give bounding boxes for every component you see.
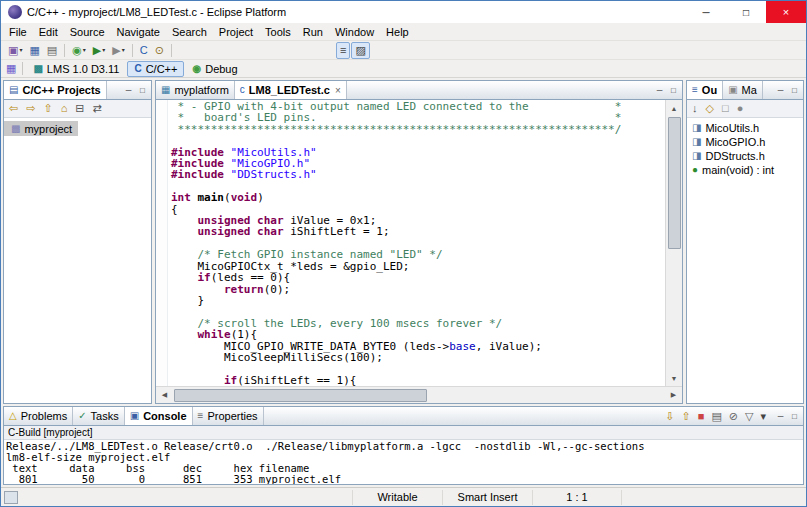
hide-fields-icon[interactable]: ◇ (703, 100, 717, 117)
open-perspective-icon[interactable]: ▦ (3, 60, 19, 77)
menu-source[interactable]: Source (64, 25, 111, 39)
outline-item[interactable]: ◨DDStructs.h (687, 149, 803, 163)
mark-occurrences-icon[interactable]: ≡ (336, 42, 350, 59)
perspective-lms[interactable]: ▩LMS 1.0 D3.11 (26, 61, 126, 77)
projects-tab-label: C/C++ Projects (22, 84, 100, 96)
menu-tools[interactable]: Tools (259, 25, 297, 39)
scroll-lock-icon[interactable]: ⊘ (726, 408, 741, 425)
hide-non-public-icon[interactable]: ● (734, 100, 747, 117)
tab-tasks[interactable]: ✓Tasks (73, 407, 125, 425)
maximize-view-icon[interactable]: □ (136, 84, 149, 96)
minimize-view-icon[interactable]: ─ (774, 84, 787, 96)
back-icon[interactable]: ⇦ (6, 100, 21, 117)
menu-help[interactable]: Help (380, 25, 415, 39)
tab-make-targets[interactable]: ▣Ma (723, 81, 763, 99)
terminate-icon[interactable]: ■ (695, 408, 708, 425)
tab-lm8-ledtest-c[interactable]: cLM8_LEDTest.c× (235, 81, 347, 99)
dropdown-arrow-icon[interactable]: ▾ (83, 47, 86, 53)
perspective-cpp[interactable]: CC/C++ (127, 61, 184, 77)
make-targets-icon: ▣ (728, 85, 737, 95)
close-button[interactable]: × (766, 1, 806, 23)
outline-item[interactable]: ◨MicoGPIO.h (687, 135, 803, 149)
dropdown-arrow-icon[interactable]: ▾ (122, 47, 125, 53)
projects-panel-controls: ─ □ (120, 81, 151, 99)
outline-item[interactable]: ●main(void) : int (687, 163, 803, 177)
new-wizard-icon[interactable]: ▣▾ (5, 42, 25, 59)
maximize-button[interactable]: □ (726, 1, 766, 23)
outline-tabbar-tabs: ≡Ou▣Ma (687, 81, 763, 99)
maximize-view-icon[interactable]: □ (788, 410, 801, 422)
menu-project[interactable]: Project (213, 25, 259, 39)
close-tab-icon[interactable]: × (335, 85, 341, 96)
maximize-view-icon[interactable]: □ (667, 84, 680, 96)
projects-tree: ▩myproject (4, 118, 151, 403)
scroll-down-icon[interactable]: ⇩ (662, 408, 677, 425)
insert-mode-status: Smart Insert (442, 490, 532, 505)
console-line: 801 50 0 851 353 myproject.elf (6, 474, 803, 484)
minimize-view-icon[interactable]: ─ (774, 410, 787, 422)
link-editor-icon[interactable]: ⇄ (90, 100, 105, 117)
include-icon: ◨ (692, 151, 701, 161)
up-icon[interactable]: ⇧ (40, 100, 55, 117)
run-icon[interactable]: ▶▾ (90, 42, 108, 59)
code-line: return(0); (171, 284, 665, 295)
sort-icon[interactable]: ↓ (689, 100, 701, 117)
scroll-right-icon[interactable]: ▶ (665, 387, 682, 403)
console-menu-icon[interactable]: ▾ (757, 408, 769, 425)
outline-item[interactable]: ◨MicoUtils.h (687, 121, 803, 135)
menu-edit[interactable]: Edit (33, 25, 64, 39)
maximize-view-icon[interactable]: □ (788, 84, 801, 96)
tree-item-myproject[interactable]: ▩myproject (4, 121, 78, 136)
code-line: #include "DDStructs.h" (171, 169, 665, 180)
dropdown-arrow-icon[interactable]: ▾ (102, 47, 105, 53)
menu-run[interactable]: Run (297, 25, 329, 39)
tab-console[interactable]: ▣Console (125, 407, 193, 425)
perspective-debug[interactable]: ◉Debug (185, 61, 244, 77)
show-annotations-icon[interactable]: ▨ (351, 42, 369, 59)
vertical-scrollbar[interactable]: ▲ ▼ (665, 100, 682, 386)
scroll-up-icon[interactable]: ▲ (666, 100, 683, 116)
tab-problems[interactable]: △Problems (4, 407, 73, 425)
tab-properties[interactable]: ≡Properties (193, 407, 264, 425)
debug-icon[interactable]: ◉▾ (69, 42, 89, 59)
home-icon[interactable]: ⌂ (58, 100, 71, 117)
dropdown-arrow-icon[interactable]: ▾ (19, 47, 22, 53)
editor-panel: ▦myplatformcLM8_LEDTest.c× ─ □ * - GPIO … (155, 80, 683, 404)
toolbar-separator (64, 44, 65, 57)
clear-console-icon[interactable]: ▤ (708, 408, 724, 425)
save-icon[interactable]: ▦ (26, 42, 42, 59)
minimize-button[interactable]: ─ (686, 1, 726, 23)
tab-outline[interactable]: ≡Ou (687, 81, 723, 99)
new-c-file-icon[interactable]: C (137, 42, 151, 59)
menu-file[interactable]: File (3, 25, 33, 39)
menu-search[interactable]: Search (166, 25, 213, 39)
pin-console-icon[interactable]: ▽ (742, 408, 756, 425)
menu-window[interactable]: Window (329, 25, 380, 39)
collapse-all-icon[interactable]: ⊟ (72, 100, 87, 117)
menu-navigate[interactable]: Navigate (111, 25, 166, 39)
fast-view-icon[interactable] (4, 491, 18, 504)
print-icon[interactable]: ▤ (44, 42, 60, 59)
tab-myplatform[interactable]: ▦myplatform (156, 81, 235, 99)
minimize-view-icon[interactable]: ─ (653, 84, 666, 96)
outline-list: ◨MicoUtils.h◨MicoGPIO.h◨DDStructs.h●main… (687, 118, 803, 403)
search-icon[interactable]: ⊙ (152, 42, 167, 59)
toolbar-group: ≡▨ (334, 42, 372, 59)
lms-perspective-icon: ▩ (33, 64, 42, 74)
horizontal-scrollbar[interactable]: ◀ ▶ (156, 386, 682, 403)
scroll-left-icon[interactable]: ◀ (156, 387, 173, 403)
minimize-view-icon[interactable]: ─ (122, 84, 135, 96)
debug-perspective-icon: ◉ (192, 64, 201, 74)
vertical-scroll-thumb[interactable] (668, 117, 681, 249)
hide-static-icon[interactable]: □ (719, 100, 732, 117)
scroll-down-icon[interactable]: ▼ (666, 370, 683, 386)
code-area[interactable]: * - GPIO with 4-bit output named LED con… (168, 100, 665, 386)
external-tools-icon[interactable]: ▶▾ (109, 42, 127, 59)
scroll-up-icon[interactable]: ⇧ (679, 408, 694, 425)
console-output[interactable]: Release/../LM8_LEDTest.o Release/crt0.o … (4, 440, 803, 484)
tab-cpp-projects[interactable]: ▤ C/C++ Projects (4, 81, 107, 99)
tasks-icon: ✓ (78, 411, 86, 421)
forward-icon[interactable]: ⇨ (23, 100, 38, 117)
horizontal-scroll-thumb[interactable] (174, 389, 427, 402)
projects-panel: ▤ C/C++ Projects ─ □ ⇦⇨⇧⌂⊟⇄ ▩myproject (3, 80, 152, 404)
